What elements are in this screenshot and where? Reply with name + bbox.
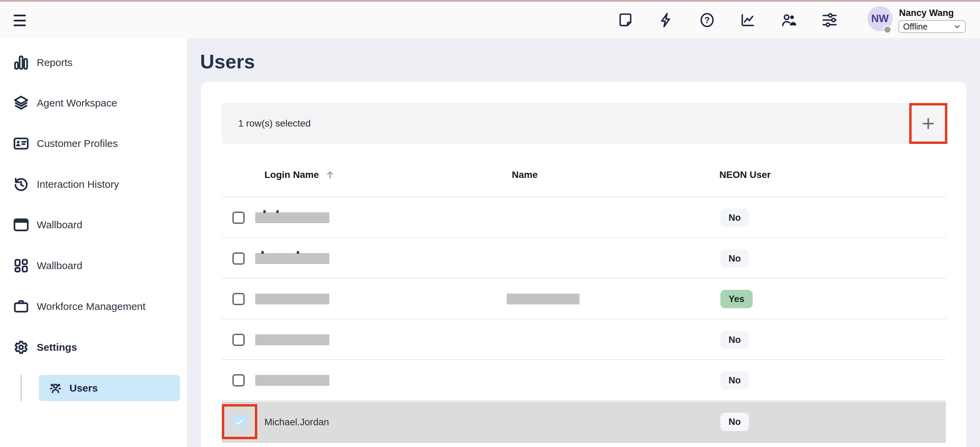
sidebar-item-settings[interactable]: Settings (0, 335, 187, 360)
redaction-artifact (261, 251, 264, 254)
neon-badge: No (721, 249, 749, 268)
users-card: 1 row(s) selected + Login Name Name NEON… (201, 82, 966, 447)
contacts-icon[interactable] (780, 11, 798, 29)
selection-bar: 1 row(s) selected (222, 103, 946, 144)
redacted-login-name (255, 334, 329, 345)
row-checkbox[interactable] (232, 212, 245, 224)
sidebar-item-customer-profiles[interactable]: Customer Profiles (0, 131, 187, 156)
selection-count-text: 1 row(s) selected (238, 118, 311, 129)
analytics-icon[interactable] (739, 11, 757, 29)
user-name: Nancy Wang (899, 8, 954, 18)
sidebar: Reports Agent Workspace Customer Profile… (0, 38, 188, 447)
sidebar-item-label: Customer Profiles (37, 138, 118, 150)
user-group-icon (48, 380, 63, 396)
column-header-neon-user: NEON User (719, 169, 771, 181)
dashboard-grid-icon (12, 257, 30, 275)
neon-badge: No (721, 413, 749, 431)
table-row[interactable]: No (222, 238, 946, 278)
sidebar-item-workforce-management[interactable]: Workforce Management (0, 294, 187, 319)
presence-dot (883, 25, 891, 34)
layers-icon (12, 94, 30, 112)
avatar[interactable]: NW (867, 6, 892, 31)
preferences-icon[interactable] (821, 11, 838, 29)
main-content: Users 1 row(s) selected + Login Name Nam… (188, 38, 980, 447)
login-name-cell: Michael.Jordan (264, 401, 329, 443)
sidebar-item-label: Interaction History (37, 178, 119, 190)
id-card-icon (12, 135, 30, 153)
row-checkbox[interactable] (232, 334, 245, 346)
neon-badge: No (721, 331, 749, 349)
annotation-add-button: + (909, 103, 947, 144)
row-checkbox[interactable] (232, 374, 245, 387)
row-checkbox[interactable] (232, 253, 245, 265)
neon-badge: Yes (721, 290, 753, 308)
sidebar-item-label: Settings (37, 342, 77, 353)
sidebar-item-users[interactable]: Users (39, 375, 180, 401)
top-bar: ? NW Nancy Wang Offline (0, 2, 980, 38)
sidebar-item-label: Agent Workspace (37, 97, 117, 109)
bar-chart-icon (12, 54, 30, 72)
redacted-login-name (255, 253, 329, 264)
table-row[interactable]: Yes (222, 278, 946, 320)
sidebar-item-wallboard-grid[interactable]: Wallboard (0, 253, 187, 278)
redacted-login-name (255, 294, 329, 304)
history-icon (12, 175, 30, 193)
sidebar-item-reports[interactable]: Reports (0, 50, 187, 75)
column-header-login-name[interactable]: Login Name (264, 169, 336, 181)
table-row[interactable]: No (222, 360, 946, 401)
top-icon-group: ? (617, 11, 838, 29)
page-title: Users (200, 50, 255, 73)
menu-toggle-button[interactable] (14, 14, 27, 26)
help-icon[interactable]: ? (698, 11, 716, 29)
neon-badge: No (721, 371, 749, 390)
column-header-name: Name (512, 169, 538, 181)
notes-icon[interactable] (617, 11, 634, 29)
redacted-name (507, 294, 579, 304)
briefcase-icon (12, 297, 30, 315)
sub-item-indent-line (21, 375, 22, 401)
sidebar-item-label: Reports (37, 57, 73, 68)
redaction-artifact (276, 210, 279, 213)
status-value: Offline (903, 22, 928, 32)
sidebar-item-label: Workforce Management (37, 301, 146, 312)
add-user-button[interactable]: + (913, 107, 943, 140)
status-select[interactable]: Offline (898, 20, 966, 33)
neon-badge: No (721, 208, 749, 227)
redaction-artifact (297, 251, 299, 254)
sidebar-item-label: Wallboard (37, 219, 82, 231)
redacted-login-name (255, 375, 329, 386)
redacted-login-name (255, 212, 329, 223)
redaction-artifact (263, 210, 266, 213)
app-window: ? NW Nancy Wang Offline (0, 0, 980, 447)
sidebar-item-label: Users (69, 382, 98, 394)
quick-launch-icon[interactable] (657, 11, 675, 29)
svg-text:?: ? (705, 15, 710, 25)
table-row-selected[interactable]: Michael.Jordan No (222, 401, 946, 443)
row-checkbox-checked[interactable] (232, 415, 246, 429)
sidebar-item-agent-workspace[interactable]: Agent Workspace (0, 91, 187, 115)
check-icon (234, 417, 244, 427)
annotation-selected-checkbox (222, 404, 257, 439)
avatar-initials: NW (871, 13, 889, 25)
chevron-down-icon (953, 22, 962, 31)
table-row[interactable]: No (222, 197, 946, 238)
table-row[interactable]: No (222, 320, 946, 360)
gear-icon (12, 339, 30, 356)
sidebar-item-label: Wallboard (37, 260, 82, 272)
sidebar-item-interaction-history[interactable]: Interaction History (0, 172, 187, 197)
sidebar-item-wallboard-browser[interactable]: Wallboard (0, 213, 187, 237)
row-checkbox[interactable] (232, 293, 245, 305)
browser-window-icon (12, 216, 30, 234)
sort-ascending-icon[interactable] (324, 169, 336, 181)
